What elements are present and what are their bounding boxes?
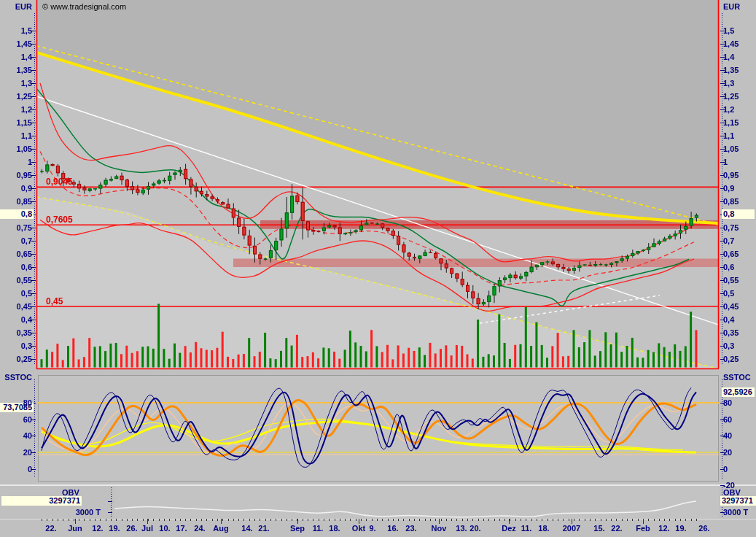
price-tick-label: 0,7	[723, 236, 734, 246]
date-label: Nov	[423, 524, 455, 533]
price-tick-label: 0,9	[723, 184, 734, 193]
price-tick-label: 0,3	[723, 341, 734, 351]
sstoc-tick-label: 0	[0, 465, 32, 474]
price-tick-label: 1,05	[723, 144, 739, 154]
price-tick-label: 0,65	[723, 250, 739, 259]
current-price-label-right: 0,8	[722, 209, 755, 219]
sstoc-tick-label: 40	[723, 431, 732, 441]
date-label: 18.	[528, 524, 560, 533]
date-label: Jul	[131, 524, 163, 533]
date-label: 17.	[165, 524, 198, 533]
date-label: 21.	[248, 524, 280, 533]
price-tick-label: 1,15	[723, 118, 739, 128]
price-tick-label: 0,95	[723, 171, 739, 180]
price-tick-label: 1,25	[0, 92, 32, 101]
date-label: 19.	[98, 524, 130, 533]
date-label: 15.	[583, 524, 615, 533]
price-tick-label: 1,2	[723, 105, 734, 115]
price-tick-label: 0,25	[0, 355, 32, 364]
price-tick-label: 1	[723, 158, 728, 167]
date-label: 16.	[377, 524, 409, 533]
price-tick-label: 1,5	[723, 26, 734, 36]
sstoc-tick-label: 0	[723, 465, 728, 474]
sstoc-tick-label: 60	[723, 415, 732, 425]
price-axis-unit-left: EUR	[0, 2, 32, 12]
price-tick-label: 0,45	[0, 302, 32, 312]
price-tick-label: 0,55	[0, 276, 32, 285]
date-label: Aug	[205, 524, 237, 533]
sstoc-tick-label: 60	[0, 415, 32, 425]
price-tick-label: 0,55	[723, 276, 739, 285]
price-tick-label: 0,7	[0, 236, 32, 246]
date-label: 20.	[459, 524, 491, 533]
price-tick-label: 1,3	[0, 79, 32, 88]
hline-label-045: 0,45	[46, 296, 63, 306]
price-tick-label: 0,35	[0, 328, 32, 338]
sstoc-panel-title-right: SSTOC	[723, 373, 751, 382]
obv-panel-title-right: OBV	[723, 488, 741, 498]
price-tick-label: 1,35	[723, 66, 739, 75]
obv-panel-title-left: OBV	[62, 488, 79, 498]
price-tick-label: 0,4	[723, 315, 734, 325]
date-label: 11.	[510, 524, 542, 533]
price-tick-label: 0,75	[723, 223, 739, 233]
label-layer: EUR © www.tradesignal.com EUR SSTOC SSTO…	[0, 0, 756, 537]
date-label: 22.	[601, 524, 633, 533]
price-tick-label: 0,65	[0, 250, 32, 259]
price-tick-label: 0,95	[0, 171, 32, 180]
price-tick-label: 1,1	[723, 131, 734, 141]
price-tick-label: 0,85	[723, 197, 739, 206]
price-tick-label: 0,35	[723, 328, 739, 338]
price-tick-label: 1	[0, 158, 32, 167]
price-tick-label: 1,3	[723, 79, 734, 88]
price-tick-label: 1,45	[723, 39, 739, 49]
price-tick-label: 1,05	[0, 144, 32, 154]
date-label: Jun	[59, 524, 91, 533]
date-label: 12.	[82, 524, 114, 533]
hline-label-07605: 0,7605	[46, 215, 73, 225]
price-axis-unit-right: EUR	[723, 2, 740, 12]
date-label: 12.	[648, 524, 680, 533]
price-tick-label: 0,85	[0, 197, 32, 206]
price-tick-label: 1,15	[0, 118, 32, 128]
sstoc-tick-label: 80	[0, 398, 32, 408]
date-label: Dez	[493, 524, 525, 533]
sstoc-panel-title-left: SSTOC	[0, 373, 32, 382]
date-label: 24.	[184, 524, 216, 533]
copyright-text: © www.tradesignal.com	[42, 2, 126, 12]
price-tick-label: 0,6	[723, 263, 734, 272]
date-label: 23.	[395, 524, 427, 533]
price-tick-label: 0,25	[723, 355, 739, 364]
tradesignal-chart-window: EUR © www.tradesignal.com EUR SSTOC SSTO…	[0, 0, 756, 537]
hline-label-09045: 0,9045	[46, 177, 73, 187]
date-label: 26.	[688, 524, 720, 533]
price-tick-label: 0,5	[723, 289, 734, 298]
date-label: 2007	[556, 524, 588, 533]
sstoc-tick-label: 20	[0, 448, 32, 457]
date-label: 22.	[35, 524, 67, 533]
price-tick-label: 0,6	[0, 263, 32, 272]
date-label: 14.	[231, 524, 263, 533]
obv-current-label-right: 3297371	[720, 496, 756, 506]
price-tick-label: 0,4	[0, 315, 32, 325]
price-tick-label: 0,9	[0, 184, 32, 193]
price-tick-label: 0,45	[723, 302, 739, 312]
current-price-label-left: 0,8	[0, 209, 34, 219]
price-tick-label: 1,2	[0, 105, 32, 115]
sstoc-current-label-right: 92,5926	[722, 387, 755, 397]
date-label: Okt	[343, 524, 375, 533]
price-tick-label: 1,45	[0, 39, 32, 49]
price-tick-label: 0,3	[0, 341, 32, 351]
obv-current-label-left: 3297371	[1, 496, 82, 506]
price-tick-label: 0,75	[0, 223, 32, 233]
price-tick-label: 1,4	[0, 53, 32, 62]
price-tick-label: 1,5	[0, 26, 32, 36]
price-tick-label: 1,1	[0, 131, 32, 141]
price-tick-label: 1,25	[723, 92, 739, 101]
sstoc-tick-label: -20	[723, 481, 735, 490]
sstoc-tick-label: 80	[723, 398, 732, 408]
date-label: 13.	[445, 524, 478, 533]
date-label: 11.	[302, 524, 334, 533]
sstoc-tick-label: 20	[723, 448, 732, 457]
obv-scale-label-right: 3000 T	[723, 508, 748, 517]
